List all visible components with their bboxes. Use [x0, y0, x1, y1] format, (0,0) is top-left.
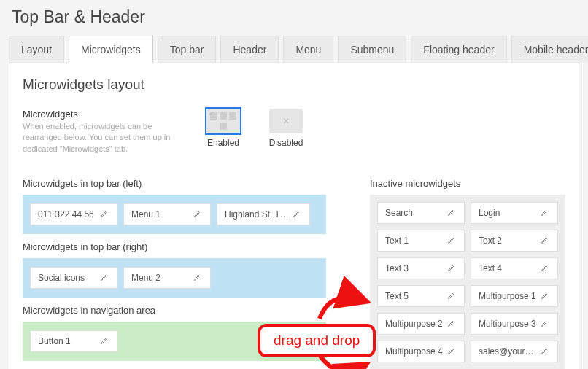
pencil-icon[interactable] [96, 209, 112, 220]
x-icon: ✕ [282, 116, 290, 126]
chip-label: Text 3 [385, 263, 444, 273]
tab-mobile-header[interactable]: Mobile header [511, 36, 588, 63]
dropzone-topbar-right[interactable]: Social iconsMenu 2 [23, 258, 326, 298]
microwidget-chip[interactable]: Text 3 [377, 257, 465, 279]
pencil-icon[interactable] [444, 291, 460, 302]
chip-label: Multipurpose 2 [385, 319, 444, 329]
group-label-nav-area: Microwidgets in navigation area [23, 305, 326, 316]
pencil-icon[interactable] [537, 291, 553, 302]
dropzone-inactive[interactable]: SearchLoginText 1Text 2Text 3Text 4Text … [370, 195, 565, 369]
tab-header[interactable]: Header [220, 36, 279, 63]
option-label: Microwidgets [23, 109, 183, 120]
chip-label: Social icons [38, 273, 96, 283]
pencil-icon[interactable] [537, 236, 553, 246]
pencil-icon[interactable] [190, 273, 206, 284]
pencil-icon[interactable] [444, 319, 460, 330]
group-label-topbar-right: Microwidgets in top bar (right) [23, 241, 326, 252]
chip-label: Highland St. T… [225, 209, 289, 220]
pencil-icon[interactable] [444, 263, 460, 274]
microwidget-chip[interactable]: Text 1 [377, 230, 465, 252]
tab-bar: LayoutMicrowidgetsTop barHeaderMenuSubme… [9, 36, 579, 63]
settings-panel: Microwidgets layout Microwidgets When en… [9, 63, 579, 369]
tab-top-bar[interactable]: Top bar [158, 36, 217, 63]
pencil-icon[interactable] [537, 319, 553, 330]
pencil-icon[interactable] [444, 346, 460, 357]
pencil-icon[interactable] [96, 273, 112, 284]
group-label-inactive: Inactive microwidgets [370, 178, 565, 189]
microwidget-chip[interactable]: Search [377, 202, 465, 224]
microwidget-chip[interactable]: Text 2 [471, 230, 558, 252]
pencil-icon[interactable] [444, 208, 460, 219]
microwidget-chip[interactable]: Highland St. T… [217, 203, 310, 225]
pencil-icon[interactable] [537, 208, 553, 219]
microwidget-chip[interactable]: Social icons [30, 267, 117, 289]
pencil-icon[interactable] [289, 209, 305, 220]
group-label-topbar-left: Microwidgets in top bar (left) [23, 178, 326, 189]
dropzone-topbar-left[interactable]: 011 322 44 56Menu 1Highland St. T… [23, 195, 326, 234]
microwidget-chip[interactable]: Login [471, 202, 558, 224]
microwidget-chip[interactable]: Multipurpose 2 [377, 313, 465, 335]
chip-label: Login [479, 208, 537, 218]
microwidget-chip[interactable]: Menu 1 [123, 203, 211, 225]
microwidget-chip[interactable]: Menu 2 [123, 267, 211, 289]
pencil-icon[interactable] [444, 236, 460, 246]
chip-label: Menu 2 [131, 273, 190, 283]
pencil-icon[interactable] [537, 346, 553, 357]
tab-layout[interactable]: Layout [9, 36, 64, 63]
tab-floating-header[interactable]: Floating header [411, 36, 506, 63]
chip-label: Text 2 [479, 236, 537, 246]
check-icon: ✔ [209, 110, 214, 117]
page-title: Top Bar & Header [9, 0, 579, 36]
chip-label: Text 4 [479, 263, 537, 273]
pencil-icon[interactable] [190, 209, 206, 220]
option-enabled[interactable]: ✔ Enabled [201, 109, 246, 155]
chip-label: Search [385, 208, 444, 218]
disabled-swatch: ✕ [269, 109, 303, 133]
microwidget-chip[interactable]: Text 5 [377, 285, 465, 307]
microwidget-chip[interactable]: Multipurpose 1 [471, 285, 558, 307]
annotation-arrow-icon [316, 279, 374, 325]
microwidget-chip[interactable]: Multipurpose 3 [471, 313, 558, 335]
panel-title: Microwidgets layout [23, 77, 565, 93]
chip-label: 011 322 44 56 [38, 209, 96, 220]
chip-label: sales@yoursit… [479, 346, 537, 357]
microwidget-chip[interactable]: 011 322 44 56 [30, 203, 117, 225]
microwidget-chip[interactable]: Multipurpose 4 [377, 341, 465, 362]
chip-label: Multipurpose 3 [479, 319, 537, 329]
chip-label: Text 5 [385, 291, 444, 301]
tab-submenu[interactable]: Submenu [338, 36, 406, 63]
microwidget-chip[interactable]: Text 4 [471, 257, 558, 279]
pencil-icon[interactable] [96, 336, 112, 347]
pencil-icon[interactable] [537, 263, 553, 274]
enabled-caption: Enabled [201, 138, 246, 148]
disabled-caption: Disabled [263, 138, 309, 148]
option-disabled[interactable]: ✕ Disabled [263, 109, 309, 155]
microwidget-chip[interactable]: sales@yoursit… [471, 341, 558, 362]
microwidget-chip[interactable]: Button 1 [30, 330, 117, 352]
option-hint: When enabled, microwidgets can be rearra… [23, 121, 183, 155]
tab-menu[interactable]: Menu [283, 36, 333, 63]
chip-label: Text 1 [385, 236, 444, 246]
chip-label: Button 1 [38, 336, 96, 346]
chip-label: Menu 1 [131, 209, 190, 220]
enabled-swatch: ✔ [206, 109, 240, 133]
annotation-callout: drag and drop [258, 324, 376, 357]
tab-microwidgets[interactable]: Microwidgets [69, 36, 153, 63]
chip-label: Multipurpose 4 [385, 346, 444, 357]
chip-label: Multipurpose 1 [479, 291, 537, 301]
